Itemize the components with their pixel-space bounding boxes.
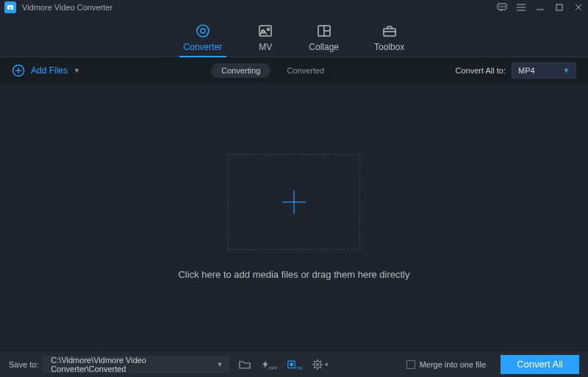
svg-line-37 <box>314 361 315 362</box>
titlebar: Vidmore Video Converter <box>0 0 588 15</box>
open-folder-button[interactable] <box>235 356 254 373</box>
svg-rect-21 <box>384 29 395 36</box>
drop-hint-text: Click here to add media files or drag th… <box>178 269 409 280</box>
format-selected: MP4 <box>518 66 535 75</box>
svg-point-17 <box>268 29 270 31</box>
menu-icon[interactable] <box>516 2 526 12</box>
chevron-down-icon: ▾ <box>325 361 329 368</box>
close-icon[interactable] <box>573 2 584 12</box>
save-path-value: C:\Vidmore\Vidmore Video Converter\Conve… <box>51 356 216 373</box>
toolbox-icon <box>381 23 398 39</box>
maximize-icon[interactable] <box>554 2 564 12</box>
collage-icon <box>316 23 332 39</box>
svg-rect-15 <box>259 26 271 36</box>
mv-icon <box>257 23 273 39</box>
gear-icon <box>312 359 323 370</box>
drop-zone[interactable] <box>228 154 360 250</box>
tab-collage-label: Collage <box>309 42 339 52</box>
gpu-toggle[interactable]: ON <box>285 356 304 373</box>
svg-point-5 <box>504 7 505 7</box>
plus-circle-icon <box>12 64 25 77</box>
chevron-down-icon: ▼ <box>216 361 223 368</box>
status-tabs: Converting Converted <box>211 63 324 78</box>
plus-icon <box>279 187 309 217</box>
checkbox-icon <box>406 360 415 369</box>
tab-mv[interactable]: MV <box>257 23 273 57</box>
tab-mv-label: MV <box>259 42 272 52</box>
merge-label: Merge into one file <box>420 360 487 369</box>
bottombar: Save to: C:\Vidmore\Vidmore Video Conver… <box>0 351 588 377</box>
svg-point-13 <box>197 25 209 37</box>
save-path-select[interactable]: C:\Vidmore\Vidmore Video Converter\Conve… <box>44 356 229 373</box>
tab-converter[interactable]: Converter <box>184 23 223 57</box>
svg-rect-10 <box>556 4 562 10</box>
svg-point-4 <box>502 7 503 7</box>
svg-point-3 <box>500 7 501 7</box>
svg-point-14 <box>201 29 205 33</box>
svg-line-40 <box>314 367 315 368</box>
status-converted[interactable]: Converted <box>287 66 324 75</box>
svg-point-31 <box>314 361 320 367</box>
settings-button[interactable]: ▾ <box>310 356 329 373</box>
tab-collage[interactable]: Collage <box>309 23 339 57</box>
subbar: Add Files ▼ Converting Converted Convert… <box>0 57 588 83</box>
tab-toolbox[interactable]: Toolbox <box>374 23 404 57</box>
minimize-icon[interactable] <box>535 2 545 12</box>
app-logo <box>4 1 16 13</box>
svg-marker-28 <box>263 360 269 368</box>
svg-point-30 <box>290 363 293 366</box>
add-files-label: Add Files <box>31 65 68 76</box>
convert-all-to: Convert All to: MP4 ▼ <box>456 62 576 79</box>
tab-toolbox-label: Toolbox <box>374 42 404 52</box>
format-select[interactable]: MP4 ▼ <box>512 62 576 79</box>
main-area: Click here to add media files or drag th… <box>0 83 588 351</box>
main-tabs: Converter MV Collage Toolbox <box>0 15 588 57</box>
app-title: Vidmore Video Converter <box>22 3 112 12</box>
highspeed-toggle[interactable]: OFF <box>260 356 279 373</box>
add-files-button[interactable]: Add Files ▼ <box>12 64 80 77</box>
folder-icon <box>239 359 251 370</box>
merge-checkbox[interactable]: Merge into one file <box>406 360 487 369</box>
convert-all-label: Convert All to: <box>456 66 506 75</box>
svg-line-38 <box>320 367 321 368</box>
tab-converter-label: Converter <box>184 42 223 52</box>
svg-point-32 <box>316 363 318 365</box>
convert-all-button[interactable]: Convert All <box>501 355 579 374</box>
chevron-down-icon: ▼ <box>74 67 80 74</box>
svg-line-39 <box>320 361 321 362</box>
status-converting[interactable]: Converting <box>211 63 270 78</box>
save-to-label: Save to: <box>9 360 38 369</box>
converter-icon <box>195 23 211 39</box>
feedback-icon[interactable] <box>497 2 507 12</box>
chevron-down-icon: ▼ <box>563 67 570 74</box>
